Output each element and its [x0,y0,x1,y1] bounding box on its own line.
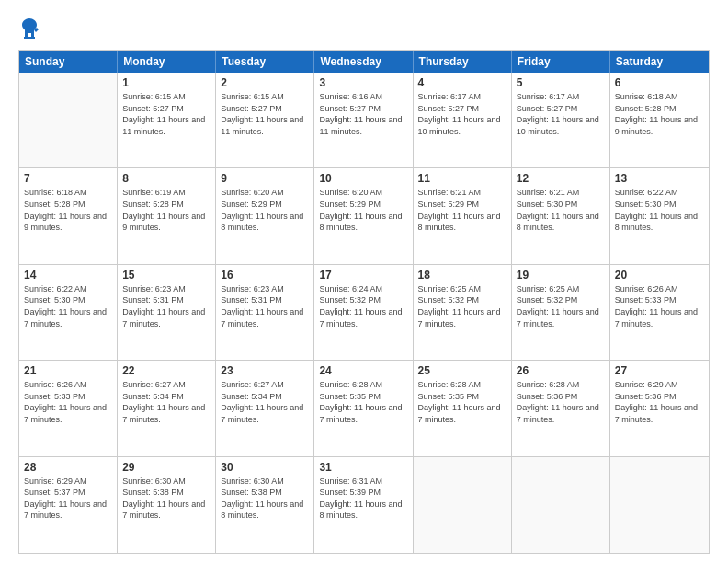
calendar-day-6: 6Sunrise: 6:18 AMSunset: 5:28 PMDaylight… [610,73,709,167]
day-number: 24 [319,364,407,377]
calendar-day-4: 4Sunrise: 6:17 AMSunset: 5:27 PMDaylight… [414,73,512,167]
calendar-day-26: 26Sunrise: 6:28 AMSunset: 5:36 PMDayligh… [512,361,610,455]
day-number: 2 [221,76,309,89]
day-number: 20 [615,269,704,282]
page: SundayMondayTuesdayWednesdayThursdayFrid… [0,0,728,563]
day-number: 8 [122,172,210,185]
calendar-day-8: 8Sunrise: 6:19 AMSunset: 5:28 PMDaylight… [118,168,216,263]
calendar-day-18: 18Sunrise: 6:25 AMSunset: 5:32 PMDayligh… [414,265,512,360]
day-number: 5 [517,76,605,89]
calendar-day-19: 19Sunrise: 6:25 AMSunset: 5:32 PMDayligh… [512,265,610,360]
day-number: 30 [221,461,309,474]
cell-info: Sunrise: 6:27 AMSunset: 5:34 PMDaylight:… [122,379,210,425]
header-day-sunday: Sunday [19,51,118,73]
day-number: 26 [517,364,605,377]
calendar-day-27: 27Sunrise: 6:29 AMSunset: 5:36 PMDayligh… [610,361,709,455]
cell-info: Sunrise: 6:18 AMSunset: 5:28 PMDaylight:… [615,91,704,137]
calendar-cell-empty [414,457,512,553]
cell-info: Sunrise: 6:28 AMSunset: 5:35 PMDaylight:… [319,379,407,425]
day-number: 25 [418,364,506,377]
day-number: 27 [615,364,704,377]
calendar-day-2: 2Sunrise: 6:15 AMSunset: 5:27 PMDaylight… [216,73,314,167]
day-number: 19 [517,269,605,282]
calendar-day-17: 17Sunrise: 6:24 AMSunset: 5:32 PMDayligh… [314,265,413,360]
calendar-week-4: 21Sunrise: 6:26 AMSunset: 5:33 PMDayligh… [19,361,709,456]
calendar-body: 1Sunrise: 6:15 AMSunset: 5:27 PMDaylight… [19,73,709,553]
calendar-day-16: 16Sunrise: 6:23 AMSunset: 5:31 PMDayligh… [216,265,314,360]
day-number: 17 [319,269,407,282]
calendar-day-13: 13Sunrise: 6:22 AMSunset: 5:30 PMDayligh… [610,168,709,263]
calendar-day-21: 21Sunrise: 6:26 AMSunset: 5:33 PMDayligh… [19,361,118,455]
day-number: 14 [24,269,112,282]
day-number: 31 [319,461,407,474]
day-number: 1 [122,76,210,89]
day-number: 21 [24,364,112,377]
cell-info: Sunrise: 6:17 AMSunset: 5:27 PMDaylight:… [418,91,506,137]
calendar-week-1: 1Sunrise: 6:15 AMSunset: 5:27 PMDaylight… [19,73,709,168]
cell-info: Sunrise: 6:30 AMSunset: 5:38 PMDaylight:… [122,476,210,522]
logo-icon [18,17,40,42]
calendar-cell-empty [19,73,118,167]
cell-info: Sunrise: 6:20 AMSunset: 5:29 PMDaylight:… [221,187,309,233]
logo [18,15,42,42]
cell-info: Sunrise: 6:18 AMSunset: 5:28 PMDaylight:… [24,187,112,233]
calendar-day-30: 30Sunrise: 6:30 AMSunset: 5:38 PMDayligh… [216,457,314,553]
day-number: 10 [319,172,407,185]
calendar-day-22: 22Sunrise: 6:27 AMSunset: 5:34 PMDayligh… [118,361,216,455]
header-day-tuesday: Tuesday [216,51,314,73]
day-number: 7 [24,172,112,185]
cell-info: Sunrise: 6:16 AMSunset: 5:27 PMDaylight:… [319,91,407,137]
header-day-monday: Monday [118,51,216,73]
calendar-cell-empty [610,457,709,553]
calendar-day-24: 24Sunrise: 6:28 AMSunset: 5:35 PMDayligh… [314,361,413,455]
cell-info: Sunrise: 6:21 AMSunset: 5:29 PMDaylight:… [418,187,506,233]
calendar: SundayMondayTuesdayWednesdayThursdayFrid… [18,50,710,554]
day-number: 15 [122,269,210,282]
calendar-week-3: 14Sunrise: 6:22 AMSunset: 5:30 PMDayligh… [19,265,709,361]
day-number: 13 [615,172,704,185]
cell-info: Sunrise: 6:26 AMSunset: 5:33 PMDaylight:… [615,283,704,329]
cell-info: Sunrise: 6:29 AMSunset: 5:36 PMDaylight:… [615,379,704,425]
cell-info: Sunrise: 6:31 AMSunset: 5:39 PMDaylight:… [319,476,407,522]
day-number: 28 [24,461,112,474]
calendar-day-12: 12Sunrise: 6:21 AMSunset: 5:30 PMDayligh… [512,168,610,263]
cell-info: Sunrise: 6:23 AMSunset: 5:31 PMDaylight:… [221,283,309,329]
calendar-day-31: 31Sunrise: 6:31 AMSunset: 5:39 PMDayligh… [314,457,413,553]
calendar-day-25: 25Sunrise: 6:28 AMSunset: 5:35 PMDayligh… [414,361,512,455]
calendar-day-28: 28Sunrise: 6:29 AMSunset: 5:37 PMDayligh… [19,457,118,553]
cell-info: Sunrise: 6:28 AMSunset: 5:36 PMDaylight:… [517,379,605,425]
calendar-day-20: 20Sunrise: 6:26 AMSunset: 5:33 PMDayligh… [610,265,709,360]
day-number: 6 [615,76,704,89]
day-number: 4 [418,76,506,89]
day-number: 18 [418,269,506,282]
cell-info: Sunrise: 6:17 AMSunset: 5:27 PMDaylight:… [517,91,605,137]
calendar-cell-empty [512,457,610,553]
header-day-thursday: Thursday [414,51,512,73]
calendar-day-7: 7Sunrise: 6:18 AMSunset: 5:28 PMDaylight… [19,168,118,263]
day-number: 9 [221,172,309,185]
cell-info: Sunrise: 6:19 AMSunset: 5:28 PMDaylight:… [122,187,210,233]
calendar-day-9: 9Sunrise: 6:20 AMSunset: 5:29 PMDaylight… [216,168,314,263]
calendar-day-10: 10Sunrise: 6:20 AMSunset: 5:29 PMDayligh… [314,168,413,263]
calendar-day-23: 23Sunrise: 6:27 AMSunset: 5:34 PMDayligh… [216,361,314,455]
cell-info: Sunrise: 6:25 AMSunset: 5:32 PMDaylight:… [418,283,506,329]
day-number: 12 [517,172,605,185]
day-number: 22 [122,364,210,377]
calendar-day-3: 3Sunrise: 6:16 AMSunset: 5:27 PMDaylight… [314,73,413,167]
cell-info: Sunrise: 6:22 AMSunset: 5:30 PMDaylight:… [24,283,112,329]
calendar-day-15: 15Sunrise: 6:23 AMSunset: 5:31 PMDayligh… [118,265,216,360]
cell-info: Sunrise: 6:23 AMSunset: 5:31 PMDaylight:… [122,283,210,329]
cell-info: Sunrise: 6:25 AMSunset: 5:32 PMDaylight:… [517,283,605,329]
day-number: 11 [418,172,506,185]
header-day-saturday: Saturday [610,51,709,73]
svg-rect-0 [24,37,35,39]
header-day-friday: Friday [512,51,610,73]
cell-info: Sunrise: 6:26 AMSunset: 5:33 PMDaylight:… [24,379,112,425]
cell-info: Sunrise: 6:27 AMSunset: 5:34 PMDaylight:… [221,379,309,425]
calendar-day-1: 1Sunrise: 6:15 AMSunset: 5:27 PMDaylight… [118,73,216,167]
cell-info: Sunrise: 6:20 AMSunset: 5:29 PMDaylight:… [319,187,407,233]
calendar-day-5: 5Sunrise: 6:17 AMSunset: 5:27 PMDaylight… [512,73,610,167]
calendar-week-5: 28Sunrise: 6:29 AMSunset: 5:37 PMDayligh… [19,457,709,553]
cell-info: Sunrise: 6:21 AMSunset: 5:30 PMDaylight:… [517,187,605,233]
cell-info: Sunrise: 6:22 AMSunset: 5:30 PMDaylight:… [615,187,704,233]
